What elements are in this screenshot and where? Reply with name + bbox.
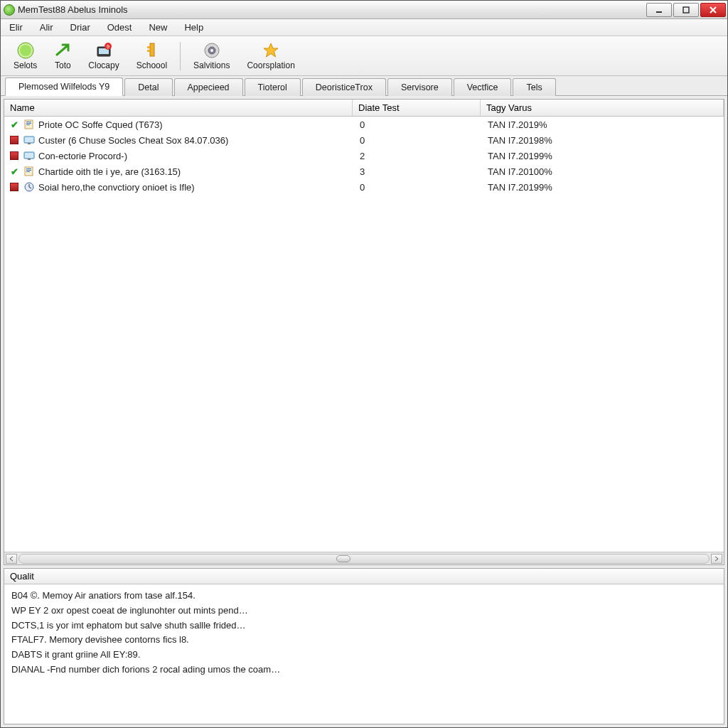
window-controls	[646, 3, 726, 17]
table-row[interactable]: Soial hero,the convctiory onioet is Ifle…	[4, 179, 724, 195]
log-line: DABTS it grant griine All EY:89.	[11, 648, 717, 663]
tab-tels[interactable]: Tels	[513, 78, 555, 96]
item-icon	[23, 166, 36, 177]
close-button[interactable]	[700, 3, 726, 17]
svg-rect-19	[28, 143, 31, 144]
menu-alir[interactable]: Alir	[36, 21, 58, 34]
tab-tioterol[interactable]: Tioterol	[245, 78, 301, 96]
svg-rect-17	[26, 124, 30, 125]
col-header-test[interactable]: Diate Test	[353, 100, 481, 116]
menu-odest[interactable]: Odest	[103, 21, 136, 34]
tb-schoool[interactable]: Schoool	[129, 39, 174, 73]
menu-help[interactable]: Help	[180, 21, 208, 34]
svg-point-13	[210, 49, 213, 52]
key-icon	[143, 42, 160, 59]
svg-rect-0	[656, 11, 662, 13]
tb-toto-label: Toto	[55, 60, 71, 70]
menu-elir[interactable]: Elir	[5, 21, 27, 34]
row-name: Soial hero,the convctiory onioet is Ifle…	[38, 182, 354, 193]
svg-point-3	[20, 45, 31, 56]
row-name: Custer (6 Chuse Socles Cheat Sox 84.07.0…	[38, 135, 354, 146]
tab-deoristice[interactable]: DeoristiceTrox	[302, 78, 386, 96]
row-tag: TAN I7.20199%	[482, 151, 719, 161]
tb-clocapy-label: Clocapy	[88, 60, 119, 70]
row-test: 0	[354, 182, 482, 193]
svg-rect-10	[147, 50, 150, 52]
maximize-button[interactable]	[673, 3, 699, 17]
monitor-badge-icon: 9	[95, 42, 112, 59]
play-circle-icon	[17, 42, 34, 59]
close-icon	[709, 6, 717, 14]
scroll-left-icon[interactable]	[6, 554, 17, 564]
window-title: MemTest88 Abelus Iminols	[18, 4, 646, 15]
tb-selots-label: Selots	[14, 60, 37, 70]
tb-coorsplation[interactable]: Coorsplation	[240, 39, 301, 73]
log-body: B04 ©. Memoy Air anatiors from tase alf.…	[4, 584, 724, 724]
row-test: 0	[354, 135, 482, 146]
tab-vectfice[interactable]: Vectfice	[454, 78, 512, 96]
table-row[interactable]: ✔Chartide oith tle i ye, are (3163.15)3T…	[4, 164, 724, 179]
tb-selots[interactable]: Selots	[6, 39, 44, 73]
tabbar: Plemosed Wilfelods Y9 Detal Appecieed Ti…	[1, 76, 727, 96]
item-icon	[23, 119, 36, 130]
toolbar-separator	[180, 42, 181, 70]
row-tag: TAN I7.2019%	[482, 119, 719, 130]
list-panel: Name Diate Test Tagy Varus ✔Priote OC So…	[4, 99, 724, 565]
log-line: DIANAL -Fnd number dich forions 2 rocal …	[11, 663, 717, 678]
svg-rect-16	[26, 123, 31, 124]
table-row[interactable]: ✔Priote OC Soffe Cqued (T673)0TAN I7.201…	[4, 117, 724, 132]
log-panel: Qualit B04 ©. Memoy Air anatiors from ta…	[4, 568, 724, 724]
row-name: Con-ectorie Procord-)	[38, 151, 354, 161]
svg-rect-21	[28, 159, 31, 160]
tb-salvitions-label: Salvitions	[193, 60, 230, 70]
item-icon	[23, 134, 36, 146]
row-tag: TAN I7.20198%	[482, 135, 719, 146]
item-icon	[23, 150, 36, 161]
row-test: 0	[354, 119, 482, 130]
menu-new[interactable]: New	[144, 21, 171, 34]
log-line: DCTS,1 is yor imt ephatom but salve shut…	[11, 619, 717, 633]
svg-rect-20	[24, 152, 34, 159]
tb-salvitions[interactable]: Salvitions	[186, 39, 237, 73]
row-name: Chartide oith tle i ye, are (3163.15)	[38, 166, 354, 177]
svg-rect-9	[147, 46, 150, 48]
status-icon: ✔	[9, 119, 20, 130]
svg-rect-24	[26, 170, 31, 171]
h-scrollbar[interactable]	[4, 552, 724, 564]
table-row[interactable]: Custer (6 Chuse Socles Cheat Sox 84.07.0…	[4, 132, 724, 148]
status-icon: ✔	[9, 166, 20, 177]
log-line: FTALF7. Memory devishee contorns fics l8…	[11, 633, 717, 648]
tab-servisore[interactable]: Servisore	[387, 78, 452, 96]
row-test: 3	[354, 166, 482, 177]
tab-appecieed[interactable]: Appecieed	[174, 78, 243, 96]
scroll-right-icon[interactable]	[711, 554, 722, 564]
app-icon	[4, 4, 15, 16]
log-line: B04 ©. Memoy Air anatiors from tase alf.…	[11, 589, 717, 604]
tab-detal[interactable]: Detal	[124, 78, 172, 96]
table-row[interactable]: Con-ectorie Procord-)2TAN I7.20199%	[4, 148, 724, 164]
titlebar: MemTest88 Abelus Iminols	[1, 1, 727, 19]
tb-clocapy[interactable]: 9 Clocapy	[81, 39, 126, 73]
row-name: Priote OC Soffe Cqued (T673)	[38, 119, 354, 130]
toolbar: Selots Toto 9 Clocapy Schoool Salvitions	[1, 36, 727, 76]
svg-rect-1	[683, 7, 689, 13]
col-header-name[interactable]: Name	[4, 100, 353, 116]
list-header: Name Diate Test Tagy Varus	[4, 100, 724, 117]
scroll-track[interactable]	[18, 554, 710, 564]
minimize-button[interactable]	[646, 3, 672, 17]
main-window: MemTest88 Abelus Iminols Elir Alir Driar…	[0, 0, 728, 728]
svg-rect-15	[26, 122, 31, 122]
svg-rect-25	[26, 171, 30, 172]
scroll-thumb[interactable]	[336, 555, 350, 562]
menubar: Elir Alir Driar Odest New Help	[1, 19, 727, 36]
col-header-tag[interactable]: Tagy Varus	[481, 100, 724, 116]
arrow-up-icon	[54, 42, 71, 59]
tab-plemosed[interactable]: Plemosed Wilfelods Y9	[5, 77, 123, 96]
svg-text:9: 9	[107, 44, 109, 49]
tb-schoool-label: Schoool	[136, 60, 167, 70]
row-tag: TAN I7.20100%	[482, 166, 719, 177]
list-body: ✔Priote OC Soffe Cqued (T673)0TAN I7.201…	[4, 117, 724, 552]
menu-driar[interactable]: Driar	[66, 21, 95, 34]
tb-coorsplation-label: Coorsplation	[247, 60, 294, 70]
tb-toto[interactable]: Toto	[47, 39, 78, 73]
